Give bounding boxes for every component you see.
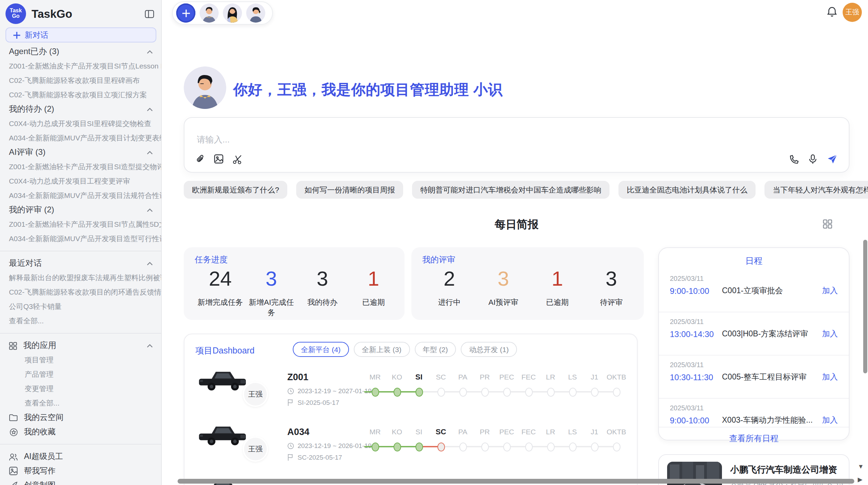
sidebar-item[interactable]: 产品管理	[0, 367, 161, 382]
join-link[interactable]: 加入	[822, 415, 838, 425]
agent-avatar-1[interactable]	[200, 3, 219, 23]
sidebar-item[interactable]: 查看全部...	[0, 396, 161, 410]
milestone-dot[interactable]	[525, 388, 532, 397]
milestone-dot[interactable]	[503, 443, 510, 451]
suggestion-chip[interactable]: 当下年轻人对汽车外观有怎样的喜好趋势	[764, 181, 868, 199]
chevron-up-icon	[147, 261, 153, 265]
milestone-dot[interactable]	[503, 388, 510, 397]
join-link[interactable]: 加入	[822, 329, 838, 339]
sidebar-item[interactable]: Z001-全新燃油皮卡产品开发项目SI节点Lesson Learn报告	[0, 59, 161, 73]
suggestion-chip[interactable]: 如何写一份清晰的项目周报	[296, 181, 403, 199]
milestone-dot[interactable]	[591, 443, 598, 451]
suggestion-chip[interactable]: 特朗普可能对进口汽车增税会对中国车企造成哪些影响	[412, 181, 610, 199]
phone-call-icon[interactable]	[789, 154, 799, 164]
milestone-dot[interactable]	[393, 388, 401, 397]
suggestion-chip[interactable]: 欧洲新规最近颁布了什么?	[184, 181, 287, 199]
sidebar-section-header[interactable]: 我的待办 (2)	[0, 102, 161, 116]
milestone-dot[interactable]	[525, 443, 532, 451]
milestone-dot[interactable]	[613, 443, 620, 451]
sidebar-section-header[interactable]: Agent已办 (3)	[0, 45, 161, 59]
milestone-dot[interactable]	[569, 388, 576, 397]
milestone-dot[interactable]	[459, 443, 467, 451]
chat-input[interactable]	[195, 134, 610, 145]
milestone-label: LS	[562, 373, 583, 381]
milestone-dot[interactable]	[481, 388, 489, 397]
sidebar-item[interactable]: 项目管理	[0, 353, 161, 367]
dashboard-filter[interactable]: 全新上装 (3)	[354, 342, 410, 357]
milestone-dot[interactable]	[437, 388, 445, 397]
sidebar-item[interactable]: A034-全新新能源MUV产品开发项目法规符合性评审	[0, 188, 161, 203]
notification-bell-icon[interactable]	[827, 6, 837, 17]
milestone-dot[interactable]	[371, 443, 379, 451]
sidebar-item[interactable]: 解释最新出台的欧盟报废车法规再生塑料比例被调至15%...	[0, 271, 161, 285]
briefing-layout-icon[interactable]	[823, 219, 832, 229]
dashboard-filter[interactable]: 年型 (2)	[414, 342, 456, 357]
sidebar: Task Go TaskGo 新对话 Agent已办 (3)Z001-全新燃油皮…	[0, 0, 162, 485]
milestone-label: OKTB	[605, 427, 627, 436]
send-icon[interactable]	[827, 154, 838, 164]
sidebar-item-9[interactable]: 我的收藏	[0, 425, 161, 439]
sidebar-item-11[interactable]: AI超级员工	[0, 449, 161, 464]
scroll-down-arrow[interactable]: ▼	[858, 463, 864, 470]
scroll-right-arrow[interactable]: ▶	[858, 476, 863, 483]
agent-avatar-2[interactable]	[223, 3, 242, 23]
suggestion-chip[interactable]: 比亚迪全固态电池计划具体说了什么	[618, 181, 756, 199]
microphone-icon[interactable]	[808, 154, 817, 164]
milestone-dot[interactable]	[547, 443, 554, 451]
sidebar-item[interactable]: A034-全新新能源MUV产品开发项目造型可行性评审	[0, 232, 161, 246]
milestone-dot[interactable]	[481, 443, 489, 451]
image-upload-icon[interactable]	[214, 154, 224, 164]
join-link[interactable]: 加入	[822, 286, 838, 296]
sidebar-item[interactable]: A034-全新新能源MUV产品开发项目计划变更表编写	[0, 131, 161, 145]
milestone-dot[interactable]	[371, 388, 379, 397]
sidebar-item-8[interactable]: 我的云空间	[0, 410, 161, 425]
card-label: 我的评审	[422, 254, 638, 266]
daily-briefing-title: 每日简报	[184, 218, 849, 232]
dashboard-filter[interactable]: 全新平台 (4)	[293, 342, 349, 357]
milestone-dot[interactable]	[547, 388, 554, 397]
dashboard-filter[interactable]: 动总开发 (1)	[461, 342, 517, 357]
agent-avatar-3[interactable]	[246, 3, 265, 23]
sidebar-item-13[interactable]: 创意制图	[0, 478, 161, 485]
milestone-dot[interactable]	[591, 388, 598, 397]
scissors-icon[interactable]	[232, 154, 243, 164]
sidebar-item[interactable]: 查看全部...	[0, 314, 161, 328]
sidebar-item[interactable]: Z001-全新燃油轻卡产品开发项目SI造型提交物评审	[0, 160, 161, 174]
add-agent-button[interactable]	[176, 3, 195, 23]
sidebar-section-header[interactable]: 最近对话	[0, 256, 161, 271]
horizontal-scrollbar[interactable]	[178, 479, 854, 484]
milestone-dot[interactable]	[415, 443, 423, 451]
sidebar-item-12[interactable]: 帮我写作	[0, 464, 161, 478]
sidebar-item[interactable]: C02-飞腾新能源轻客改款项目里程碑画布	[0, 73, 161, 88]
logo-text-bottom: Go	[12, 14, 20, 20]
schedule-event: 2025/03/1110:30-11:30C005-整车工程目标评审加入	[659, 356, 849, 399]
milestone-dot[interactable]	[437, 443, 445, 451]
milestone-dot[interactable]	[459, 388, 467, 397]
sidebar-section-header[interactable]: AI评审 (3)	[0, 145, 161, 160]
star-icon	[9, 428, 18, 436]
sidebar-item[interactable]: Z001-全新燃油轻卡产品开发项目SI节点属性5D文件评审	[0, 217, 161, 232]
sidebar-item[interactable]: 变更管理	[0, 382, 161, 396]
vertical-scrollbar[interactable]	[863, 240, 867, 373]
new-chat-button[interactable]: 新对话	[5, 27, 156, 42]
sidebar-item[interactable]: C02-飞腾新能源轻客改款项目立项汇报方案	[0, 88, 161, 102]
milestone-dot[interactable]	[415, 388, 423, 397]
milestone-dot[interactable]	[393, 443, 401, 451]
sidebar-divider	[0, 251, 161, 251]
user-avatar[interactable]: 王强	[843, 3, 862, 22]
sidebar-item[interactable]: C0X4-动力总成开发项目工程变更评审	[0, 174, 161, 188]
view-all-schedule-link[interactable]: 查看所有日程	[659, 433, 849, 445]
collapse-sidebar-icon[interactable]	[145, 9, 154, 18]
sidebar-section-header[interactable]: 我的应用	[0, 338, 161, 353]
milestone-dot[interactable]	[569, 443, 576, 451]
project-flag: SC-2025-05-17	[287, 453, 342, 461]
attachment-icon[interactable]	[195, 154, 205, 164]
sidebar-item[interactable]: 公司Q3轻卡销量	[0, 299, 161, 314]
join-link[interactable]: 加入	[822, 372, 838, 382]
event-row: 9:00-10:00X003-车辆动力学性能验...加入	[670, 415, 838, 425]
milestone-dot[interactable]	[613, 388, 620, 397]
sidebar-item[interactable]: C02-飞腾新能源轻客改款项目的闭环通告反馈情况	[0, 285, 161, 299]
sidebar-section-header[interactable]: 我的评审 (2)	[0, 203, 161, 217]
sidebar-item[interactable]: C0X4-动力总成开发项目SI里程碑提交物检查	[0, 116, 161, 131]
dashboard-title: 项目Dashboard	[195, 345, 254, 357]
